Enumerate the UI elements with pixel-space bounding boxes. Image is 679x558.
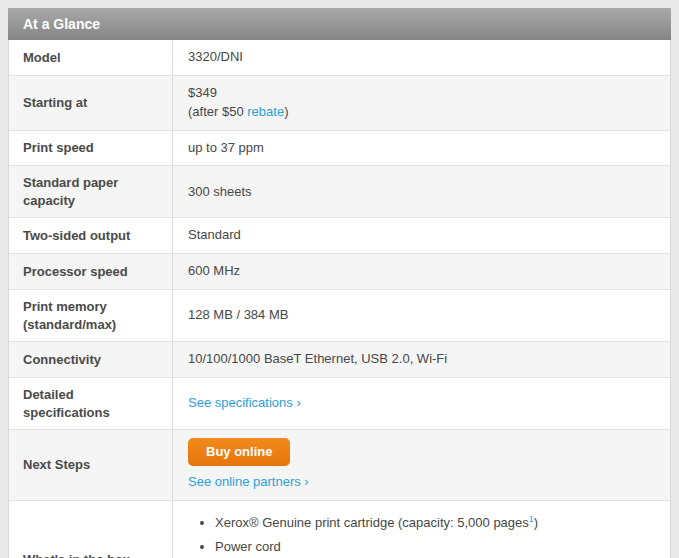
see-specifications-link[interactable]: See specifications ›: [188, 395, 301, 410]
table-row-two-sided-output: Two-sided output Standard: [9, 218, 670, 254]
table-row-detailed-specifications: Detailed specifications See specificatio…: [9, 378, 670, 430]
row-value-detailed-specifications: See specifications ›: [173, 378, 670, 429]
row-label-processor-speed: Processor speed: [9, 254, 173, 289]
table-row-paper-capacity: Standard paper capacity 300 sheets: [9, 166, 670, 218]
row-label-model: Model: [9, 40, 173, 75]
row-label-paper-capacity: Standard paper capacity: [9, 166, 173, 217]
table-row-connectivity: Connectivity 10/100/1000 BaseT Ethernet,…: [9, 342, 670, 378]
row-label-whats-in-the-box: What's in the box: [9, 501, 173, 558]
row-value-processor-speed: 600 MHz: [173, 254, 670, 289]
row-label-two-sided-output: Two-sided output: [9, 218, 173, 253]
price-text: $349: [188, 84, 660, 103]
table-row-print-memory: Print memory (standard/max) 128 MB / 384…: [9, 290, 670, 342]
table-row-print-speed: Print speed up to 37 ppm: [9, 131, 670, 167]
box-contents-list: Xerox® Genuine print cartridge (capacity…: [215, 509, 660, 558]
list-item-power-cord: Power cord: [215, 537, 660, 557]
table-title: At a Glance: [23, 16, 100, 32]
buy-online-button[interactable]: Buy online: [188, 438, 290, 466]
row-value-paper-capacity: 300 sheets: [173, 166, 670, 217]
row-label-detailed-specifications: Detailed specifications: [9, 378, 173, 429]
row-value-starting-at: $349 (after $50 rebate): [173, 76, 670, 130]
see-online-partners-link[interactable]: See online partners ›: [188, 474, 309, 489]
at-a-glance-table: At a Glance Model 3320/DNI Starting at $…: [8, 8, 671, 558]
table-row-whats-in-the-box: What's in the box Xerox® Genuine print c…: [9, 501, 670, 558]
row-label-connectivity: Connectivity: [9, 342, 173, 377]
rebate-link[interactable]: rebate: [247, 104, 284, 119]
row-value-model: 3320/DNI: [173, 40, 670, 75]
row-label-starting-at: Starting at: [9, 76, 173, 130]
row-label-print-speed: Print speed: [9, 131, 173, 166]
rebate-note: (after $50 rebate): [188, 103, 660, 122]
table-row-next-steps: Next Steps Buy online See online partner…: [9, 430, 670, 501]
row-value-print-speed: up to 37 ppm: [173, 131, 670, 166]
row-label-next-steps: Next Steps: [9, 430, 173, 500]
table-header: At a Glance: [8, 8, 671, 40]
table-row-starting-at: Starting at $349 (after $50 rebate): [9, 76, 670, 131]
row-value-print-memory: 128 MB / 384 MB: [173, 290, 670, 341]
row-value-next-steps: Buy online See online partners ›: [173, 430, 670, 500]
row-label-print-memory: Print memory (standard/max): [9, 290, 173, 341]
row-value-two-sided-output: Standard: [173, 218, 670, 253]
row-value-connectivity: 10/100/1000 BaseT Ethernet, USB 2.0, Wi-…: [173, 342, 670, 377]
table-row-processor-speed: Processor speed 600 MHz: [9, 254, 670, 290]
row-value-whats-in-the-box: Xerox® Genuine print cartridge (capacity…: [173, 501, 670, 558]
list-item-cartridge: Xerox® Genuine print cartridge (capacity…: [215, 513, 660, 533]
table-row-model: Model 3320/DNI: [9, 40, 670, 76]
